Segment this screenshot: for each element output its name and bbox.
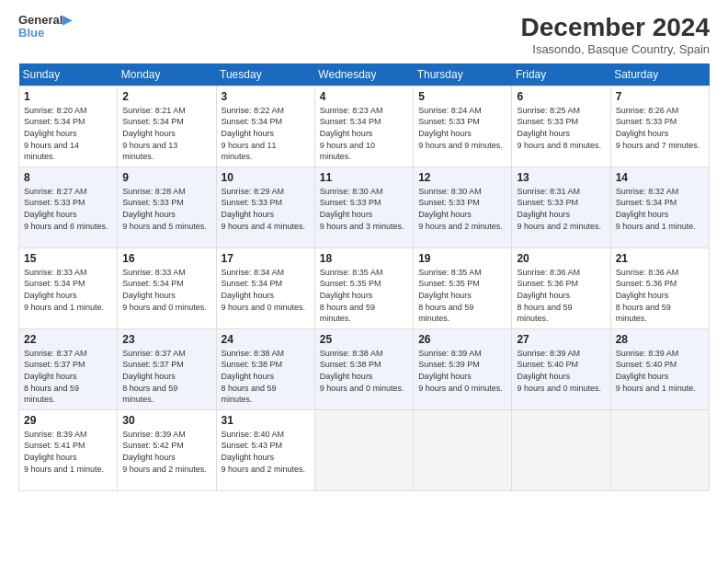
col-thursday: Thursday bbox=[414, 63, 512, 86]
table-row: 25 Sunrise: 8:38 AM Sunset: 5:38 PM Dayl… bbox=[314, 328, 413, 409]
table-row: 29 Sunrise: 8:39 AM Sunset: 5:41 PM Dayl… bbox=[19, 409, 118, 490]
day-number: 12 bbox=[418, 171, 506, 184]
day-info: Sunrise: 8:33 AM Sunset: 5:34 PM Dayligh… bbox=[24, 267, 112, 313]
day-info: Sunrise: 8:26 AM Sunset: 5:33 PM Dayligh… bbox=[616, 105, 704, 151]
day-info: Sunrise: 8:38 AM Sunset: 5:38 PM Dayligh… bbox=[320, 348, 408, 394]
day-number: 23 bbox=[122, 333, 210, 346]
table-row: 1 Sunrise: 8:20 AM Sunset: 5:34 PM Dayli… bbox=[19, 86, 118, 167]
table-row: 8 Sunrise: 8:27 AM Sunset: 5:33 PM Dayli… bbox=[19, 167, 118, 247]
day-number: 2 bbox=[122, 90, 210, 103]
day-number: 31 bbox=[222, 414, 310, 427]
day-info: Sunrise: 8:23 AM Sunset: 5:34 PM Dayligh… bbox=[320, 105, 408, 163]
day-info: Sunrise: 8:21 AM Sunset: 5:34 PM Dayligh… bbox=[122, 105, 210, 163]
table-row: 12 Sunrise: 8:30 AM Sunset: 5:33 PM Dayl… bbox=[414, 167, 512, 247]
col-monday: Monday bbox=[118, 63, 216, 86]
day-info: Sunrise: 8:33 AM Sunset: 5:34 PM Dayligh… bbox=[122, 267, 210, 313]
day-number: 8 bbox=[24, 171, 112, 184]
calendar-week-row: 29 Sunrise: 8:39 AM Sunset: 5:41 PM Dayl… bbox=[19, 409, 710, 490]
col-sunday: Sunday bbox=[19, 63, 118, 86]
col-friday: Friday bbox=[512, 63, 610, 86]
day-number: 10 bbox=[222, 171, 310, 184]
day-number: 17 bbox=[222, 252, 310, 265]
day-number: 5 bbox=[418, 90, 506, 103]
day-number: 11 bbox=[320, 171, 408, 184]
day-number: 29 bbox=[24, 414, 112, 427]
day-info: Sunrise: 8:22 AM Sunset: 5:34 PM Dayligh… bbox=[222, 105, 310, 163]
table-row: 18 Sunrise: 8:35 AM Sunset: 5:35 PM Dayl… bbox=[314, 247, 413, 328]
day-info: Sunrise: 8:38 AM Sunset: 5:38 PM Dayligh… bbox=[222, 348, 310, 406]
day-info: Sunrise: 8:25 AM Sunset: 5:33 PM Dayligh… bbox=[517, 105, 605, 151]
table-row: 19 Sunrise: 8:35 AM Sunset: 5:35 PM Dayl… bbox=[414, 247, 512, 328]
day-number: 13 bbox=[517, 171, 605, 184]
table-row: 13 Sunrise: 8:31 AM Sunset: 5:33 PM Dayl… bbox=[512, 167, 610, 247]
day-info: Sunrise: 8:39 AM Sunset: 5:42 PM Dayligh… bbox=[122, 429, 210, 475]
col-saturday: Saturday bbox=[610, 63, 709, 86]
day-number: 20 bbox=[517, 252, 605, 265]
table-row: 16 Sunrise: 8:33 AM Sunset: 5:34 PM Dayl… bbox=[118, 247, 216, 328]
header-row: Sunday Monday Tuesday Wednesday Thursday… bbox=[19, 63, 710, 86]
day-number: 3 bbox=[222, 90, 310, 103]
day-number: 22 bbox=[24, 333, 112, 346]
day-number: 21 bbox=[616, 252, 704, 265]
day-info: Sunrise: 8:30 AM Sunset: 5:33 PM Dayligh… bbox=[320, 186, 408, 232]
table-row bbox=[314, 409, 413, 490]
day-number: 15 bbox=[24, 252, 112, 265]
day-info: Sunrise: 8:37 AM Sunset: 5:37 PM Dayligh… bbox=[24, 348, 112, 406]
table-row: 2 Sunrise: 8:21 AM Sunset: 5:34 PM Dayli… bbox=[118, 86, 216, 167]
day-info: Sunrise: 8:28 AM Sunset: 5:33 PM Dayligh… bbox=[122, 186, 210, 232]
table-row: 7 Sunrise: 8:26 AM Sunset: 5:33 PM Dayli… bbox=[610, 86, 709, 167]
logo-general: General▶ bbox=[18, 14, 72, 27]
day-info: Sunrise: 8:39 AM Sunset: 5:39 PM Dayligh… bbox=[418, 348, 506, 394]
calendar-week-row: 15 Sunrise: 8:33 AM Sunset: 5:34 PM Dayl… bbox=[19, 247, 710, 328]
day-info: Sunrise: 8:36 AM Sunset: 5:36 PM Dayligh… bbox=[517, 267, 605, 325]
sub-title: Isasondo, Basque Country, Spain bbox=[521, 42, 710, 56]
day-number: 25 bbox=[320, 333, 408, 346]
day-info: Sunrise: 8:32 AM Sunset: 5:34 PM Dayligh… bbox=[616, 186, 704, 232]
day-number: 30 bbox=[122, 414, 210, 427]
day-info: Sunrise: 8:35 AM Sunset: 5:35 PM Dayligh… bbox=[320, 267, 408, 325]
day-info: Sunrise: 8:29 AM Sunset: 5:33 PM Dayligh… bbox=[222, 186, 310, 232]
table-row: 22 Sunrise: 8:37 AM Sunset: 5:37 PM Dayl… bbox=[19, 328, 118, 409]
day-number: 4 bbox=[320, 90, 408, 103]
day-number: 14 bbox=[616, 171, 704, 184]
calendar-table: Sunday Monday Tuesday Wednesday Thursday… bbox=[18, 63, 710, 491]
table-row: 30 Sunrise: 8:39 AM Sunset: 5:42 PM Dayl… bbox=[118, 409, 216, 490]
day-info: Sunrise: 8:39 AM Sunset: 5:41 PM Dayligh… bbox=[24, 429, 112, 475]
table-row: 27 Sunrise: 8:39 AM Sunset: 5:40 PM Dayl… bbox=[512, 328, 610, 409]
table-row bbox=[610, 409, 709, 490]
day-info: Sunrise: 8:34 AM Sunset: 5:34 PM Dayligh… bbox=[222, 267, 310, 313]
day-info: Sunrise: 8:39 AM Sunset: 5:40 PM Dayligh… bbox=[517, 348, 605, 394]
day-info: Sunrise: 8:27 AM Sunset: 5:33 PM Dayligh… bbox=[24, 186, 112, 232]
day-number: 28 bbox=[616, 333, 704, 346]
day-info: Sunrise: 8:31 AM Sunset: 5:33 PM Dayligh… bbox=[517, 186, 605, 232]
table-row: 24 Sunrise: 8:38 AM Sunset: 5:38 PM Dayl… bbox=[216, 328, 314, 409]
logo: General▶ Blue bbox=[18, 14, 72, 40]
day-info: Sunrise: 8:39 AM Sunset: 5:40 PM Dayligh… bbox=[616, 348, 704, 394]
table-row: 31 Sunrise: 8:40 AM Sunset: 5:43 PM Dayl… bbox=[216, 409, 314, 490]
table-row: 10 Sunrise: 8:29 AM Sunset: 5:33 PM Dayl… bbox=[216, 167, 314, 247]
col-tuesday: Tuesday bbox=[216, 63, 314, 86]
day-number: 26 bbox=[418, 333, 506, 346]
day-number: 6 bbox=[517, 90, 605, 103]
table-row: 11 Sunrise: 8:30 AM Sunset: 5:33 PM Dayl… bbox=[314, 167, 413, 247]
calendar-week-row: 1 Sunrise: 8:20 AM Sunset: 5:34 PM Dayli… bbox=[19, 86, 710, 167]
day-number: 24 bbox=[222, 333, 310, 346]
calendar-week-row: 8 Sunrise: 8:27 AM Sunset: 5:33 PM Dayli… bbox=[19, 167, 710, 247]
table-row: 15 Sunrise: 8:33 AM Sunset: 5:34 PM Dayl… bbox=[19, 247, 118, 328]
calendar-page: General▶ Blue December 2024 Isasondo, Ba… bbox=[0, 0, 728, 563]
table-row bbox=[414, 409, 512, 490]
day-info: Sunrise: 8:30 AM Sunset: 5:33 PM Dayligh… bbox=[418, 186, 506, 232]
table-row bbox=[512, 409, 610, 490]
main-title: December 2024 bbox=[521, 14, 710, 42]
table-row: 14 Sunrise: 8:32 AM Sunset: 5:34 PM Dayl… bbox=[610, 167, 709, 247]
day-info: Sunrise: 8:36 AM Sunset: 5:36 PM Dayligh… bbox=[616, 267, 704, 325]
table-row: 23 Sunrise: 8:37 AM Sunset: 5:37 PM Dayl… bbox=[118, 328, 216, 409]
table-row: 6 Sunrise: 8:25 AM Sunset: 5:33 PM Dayli… bbox=[512, 86, 610, 167]
table-row: 9 Sunrise: 8:28 AM Sunset: 5:33 PM Dayli… bbox=[118, 167, 216, 247]
day-number: 19 bbox=[418, 252, 506, 265]
table-row: 4 Sunrise: 8:23 AM Sunset: 5:34 PM Dayli… bbox=[314, 86, 413, 167]
table-row: 20 Sunrise: 8:36 AM Sunset: 5:36 PM Dayl… bbox=[512, 247, 610, 328]
day-info: Sunrise: 8:37 AM Sunset: 5:37 PM Dayligh… bbox=[122, 348, 210, 406]
page-header: General▶ Blue December 2024 Isasondo, Ba… bbox=[18, 14, 710, 56]
day-number: 27 bbox=[517, 333, 605, 346]
